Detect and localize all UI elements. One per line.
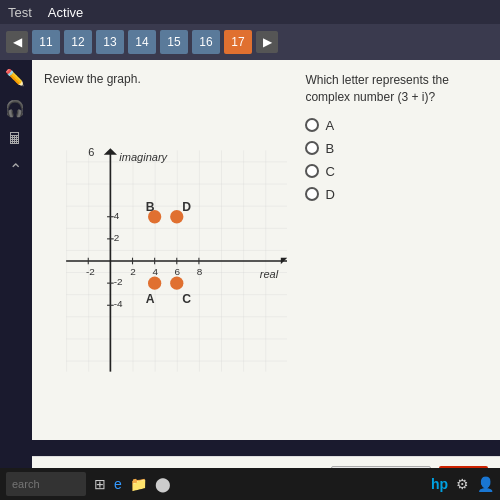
active-label: Active	[48, 5, 83, 20]
top-bar: Test Active	[0, 0, 500, 24]
option-a-label: A	[325, 118, 334, 133]
option-c-label: C	[325, 164, 334, 179]
svg-text:real: real	[260, 268, 279, 280]
svg-text:-2: -2	[114, 276, 123, 287]
svg-point-23	[170, 276, 183, 289]
question-nav-bar: ◀ 11 12 13 14 15 16 17 ▶	[0, 24, 500, 60]
radio-a[interactable]	[305, 118, 319, 132]
nav-btn-11[interactable]: 11	[32, 30, 60, 54]
svg-text:D: D	[182, 200, 191, 214]
left-panel: Review the graph. -2	[44, 72, 287, 428]
svg-point-21	[148, 276, 161, 289]
nav-btn-17[interactable]: 17	[224, 30, 252, 54]
taskbar: ⊞ e 📁 ⬤ hp ⚙ 👤	[0, 468, 500, 500]
svg-text:8: 8	[197, 266, 203, 277]
option-a[interactable]: A	[305, 118, 488, 133]
taskbar-edge-icon[interactable]: e	[114, 476, 122, 492]
taskbar-search-input[interactable]	[6, 472, 86, 496]
taskbar-chrome-icon[interactable]: ⬤	[155, 476, 171, 492]
svg-text:6: 6	[175, 266, 181, 277]
svg-text:4: 4	[114, 210, 120, 221]
next-arrow-button[interactable]: ▶	[256, 31, 278, 53]
svg-text:6: 6	[88, 146, 94, 158]
zoom-icon[interactable]: ⌃	[9, 160, 22, 179]
pencil-icon[interactable]: ✏️	[5, 68, 25, 87]
review-text: Review the graph.	[44, 72, 287, 86]
nav-btn-14[interactable]: 14	[128, 30, 156, 54]
right-panel: Which letter represents the complex numb…	[297, 72, 488, 428]
prev-arrow-button[interactable]: ◀	[6, 31, 28, 53]
option-d[interactable]: D	[305, 187, 488, 202]
nav-btn-13[interactable]: 13	[96, 30, 124, 54]
radio-c[interactable]	[305, 164, 319, 178]
svg-text:imaginary: imaginary	[119, 151, 168, 163]
nav-btn-15[interactable]: 15	[160, 30, 188, 54]
svg-text:2: 2	[130, 266, 136, 277]
nav-btn-12[interactable]: 12	[64, 30, 92, 54]
main-content: Review the graph. -2	[32, 60, 500, 440]
question-text: Which letter represents the complex numb…	[305, 72, 488, 106]
option-b[interactable]: B	[305, 141, 488, 156]
svg-text:C: C	[182, 292, 191, 306]
option-d-label: D	[325, 187, 334, 202]
svg-text:A: A	[146, 292, 155, 306]
left-sidebar: ✏️ 🎧 🖩 ⌃	[0, 60, 30, 179]
taskbar-folder-icon[interactable]: 📁	[130, 476, 147, 492]
radio-d[interactable]	[305, 187, 319, 201]
option-b-label: B	[325, 141, 334, 156]
svg-text:4: 4	[152, 266, 158, 277]
svg-text:-4: -4	[114, 298, 123, 309]
hp-logo: hp	[431, 476, 448, 492]
option-c[interactable]: C	[305, 164, 488, 179]
calculator-icon[interactable]: 🖩	[7, 130, 23, 148]
svg-text:B: B	[146, 200, 155, 214]
radio-b[interactable]	[305, 141, 319, 155]
svg-text:-2: -2	[86, 266, 95, 277]
nav-btn-16[interactable]: 16	[192, 30, 220, 54]
taskbar-windows-icon[interactable]: ⊞	[94, 476, 106, 492]
taskbar-person-icon[interactable]: 👤	[477, 476, 494, 492]
headset-icon[interactable]: 🎧	[5, 99, 25, 118]
test-label: Test	[8, 5, 32, 20]
taskbar-gear-icon[interactable]: ⚙	[456, 476, 469, 492]
graph-container: -2 2 4 6 8 4 2 -2 -4 real imaginary 6 B	[44, 94, 287, 428]
svg-text:2: 2	[114, 232, 120, 243]
graph-svg: -2 2 4 6 8 4 2 -2 -4 real imaginary 6 B	[44, 94, 287, 428]
